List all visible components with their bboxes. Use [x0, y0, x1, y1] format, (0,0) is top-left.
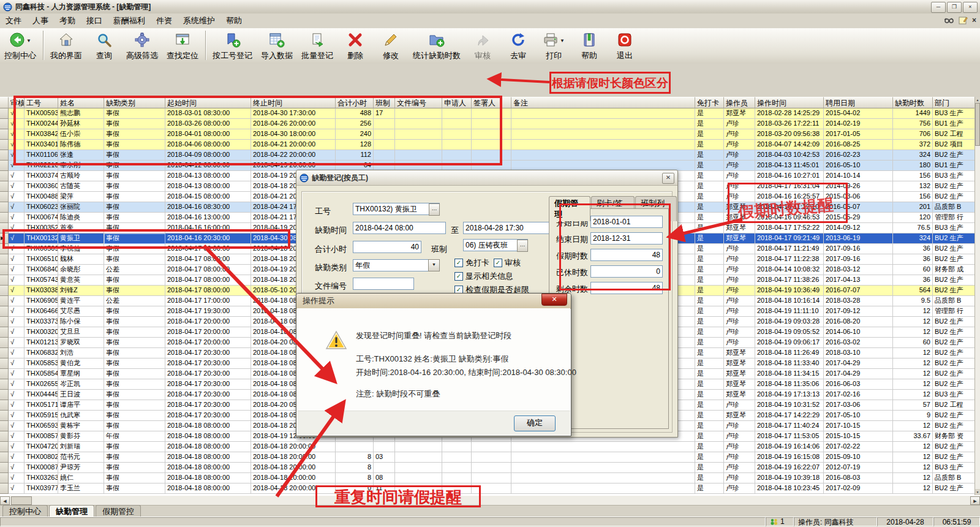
row-selector[interactable] — [0, 150, 9, 161]
column-header-免打卡[interactable]: 免打卡 — [695, 97, 724, 108]
row-selector[interactable] — [0, 348, 9, 358]
restore-button[interactable]: ❐ — [947, 2, 962, 13]
dlg-emp-browse-button[interactable]: … — [429, 203, 440, 216]
toolbar-button-按工号登记[interactable]: 按工号登记 — [209, 29, 256, 63]
table-row-THX00802[interactable]: √THX00802范书元事假2018-04-18 08:00:002018-04… — [0, 452, 975, 463]
dialog-title-bar[interactable]: 缺勤登记(按员工) ✕ — [296, 170, 677, 186]
toolbar-button-高级筛选[interactable]: 高级筛选 — [123, 29, 162, 63]
toolbar-button-修改[interactable]: 修改 — [374, 29, 408, 63]
edit-note-icon[interactable] — [958, 15, 968, 25]
scroll-right-icon[interactable]: ▶ — [970, 496, 980, 505]
checkbox-显示相关信息[interactable]: ✓显示相关信息 — [454, 271, 513, 282]
table-row-THX00087[interactable]: √THX00087尹琼芳事假2018-04-18 08:00:002018-04… — [0, 463, 975, 473]
menu-item-人事[interactable]: 人事 — [27, 13, 54, 28]
dlg-time-from-input[interactable]: 2018-04-24 08:00 — [353, 222, 446, 234]
checkbox-icon[interactable]: ✓ — [454, 259, 463, 267]
checkbox-icon[interactable]: ✓ — [454, 272, 463, 281]
modal-close-icon[interactable]: ✕ — [541, 294, 567, 306]
table-row-THX03977[interactable]: √THX03977李玉兰事假2018-04-18 08:00:002018-04… — [0, 483, 975, 494]
row-selector[interactable] — [0, 473, 9, 483]
toolbar-button-帮助[interactable]: 帮助 — [572, 29, 606, 63]
row-selector[interactable] — [0, 358, 9, 369]
scroll-down-icon[interactable]: ▼ — [975, 489, 980, 495]
row-selector[interactable] — [0, 192, 9, 202]
preview-icon[interactable] — [944, 15, 954, 25]
table-row-THX03263[interactable]: √THX03263姚仁事假2018-04-18 08:00:002018-04-… — [0, 473, 975, 483]
close-pane-icon[interactable]: × — [972, 16, 976, 25]
row-selector[interactable] — [0, 213, 9, 223]
row-selector[interactable] — [0, 265, 9, 275]
row-selector[interactable] — [0, 442, 9, 452]
minimize-button[interactable]: ─ — [931, 2, 946, 13]
row-selector[interactable] — [0, 286, 9, 296]
row-selector[interactable] — [0, 306, 9, 317]
menu-item-考勤[interactable]: 考勤 — [54, 13, 81, 28]
row-selector[interactable] — [0, 296, 9, 306]
row-selector[interactable] — [0, 411, 9, 421]
dlg-cat-select[interactable]: 年假 — [353, 259, 439, 271]
menu-item-件资[interactable]: 件资 — [151, 13, 178, 28]
dlg-hours-input[interactable]: 40 — [353, 241, 421, 253]
row-selector[interactable] — [0, 463, 9, 473]
row-selector[interactable] — [0, 108, 9, 119]
row-selector[interactable] — [0, 202, 9, 213]
toolbar-button-控制中心[interactable]: ▼控制中心 — [1, 29, 40, 63]
bottom-tab-假期管控[interactable]: 假期管控 — [96, 505, 141, 517]
close-button[interactable]: × — [963, 2, 978, 13]
toolbar-button-批量登记[interactable]: 批量登记 — [298, 29, 337, 63]
table-row-THX04720[interactable]: √THX04720刘新瑞事假2018-04-18 08:00:002018-04… — [0, 442, 975, 452]
toolbar-button-查询[interactable]: 查询 — [87, 29, 121, 63]
checkbox-icon[interactable]: ✓ — [494, 259, 502, 267]
scroll-left-icon[interactable]: ◀ — [0, 496, 10, 505]
menu-item-帮助[interactable]: 帮助 — [221, 13, 247, 28]
toolbar-button-去审[interactable]: 去审 — [501, 29, 535, 63]
row-selector[interactable] — [0, 317, 9, 327]
bottom-tab-缺勤管理[interactable]: 缺勤管理 — [49, 505, 94, 517]
menu-item-薪酬福利[interactable]: 薪酬福利 — [108, 13, 151, 28]
toolbar-button-打印[interactable]: ▼打印 — [537, 29, 571, 63]
dialog-close-icon[interactable]: ✕ — [662, 173, 674, 184]
dropdown-caret-icon[interactable]: ▼ — [560, 38, 565, 44]
row-selector[interactable] — [0, 483, 9, 494]
dropdown-caret-icon[interactable]: ▼ — [26, 38, 31, 44]
row-selector[interactable] — [0, 369, 9, 379]
menu-item-系统维护[interactable]: 系统维护 — [178, 13, 221, 28]
row-selector[interactable] — [0, 161, 9, 171]
column-header-缺勤时数[interactable]: 缺勤时数 — [893, 97, 933, 108]
vertical-scrollbar[interactable]: ▲ ▼ — [974, 97, 980, 495]
scroll-up-icon[interactable]: ▲ — [975, 97, 980, 103]
dlg-emp-input[interactable]: THX00132) 黄振卫 — [353, 203, 440, 215]
dlg-time-to-input[interactable]: 2018-04-28 17:30 — [463, 222, 556, 234]
vscroll-thumb[interactable] — [975, 103, 980, 146]
row-selector[interactable] — [0, 327, 9, 338]
toolbar-button-退出[interactable]: 退出 — [608, 29, 642, 63]
row-selector[interactable] — [0, 421, 9, 431]
column-header-操作员[interactable]: 操作员 — [724, 97, 755, 108]
row-selector-header[interactable] — [0, 97, 9, 108]
toolbar-button-统计缺勤时数[interactable]: 统计缺勤时数 — [409, 29, 464, 63]
hscroll-thumb[interactable] — [11, 496, 32, 505]
row-selector[interactable] — [0, 431, 9, 442]
dlg-file-input[interactable] — [353, 278, 414, 290]
column-header-操作时间[interactable]: 操作时间 — [755, 97, 824, 108]
menu-item-文件[interactable]: 文件 — [0, 13, 27, 28]
modal-title[interactable]: 操作提示 — [296, 294, 571, 309]
column-header-聘用日期[interactable]: 聘用日期 — [824, 97, 893, 108]
horizontal-scrollbar[interactable]: ◀ ▶ — [0, 495, 980, 506]
row-selector[interactable] — [0, 119, 9, 129]
toolbar-button-导入数据[interactable]: 导入数据 — [257, 29, 296, 63]
checkbox-审核[interactable]: ✓审核 — [494, 257, 521, 268]
row-selector[interactable] — [0, 129, 9, 140]
bottom-tab-控制中心[interactable]: 控制中心 — [2, 505, 48, 517]
toolbar-button-查找定位[interactable]: 查找定位 — [163, 29, 202, 63]
row-selector[interactable] — [0, 275, 9, 286]
row-selector[interactable] — [0, 254, 9, 265]
toolbar-button-我的界面[interactable]: 我的界面 — [47, 29, 86, 63]
toolbar-button-删除[interactable]: 删除 — [338, 29, 372, 63]
row-selector[interactable] — [0, 452, 9, 463]
dlg-cat-dropdown-icon[interactable]: ▼ — [428, 259, 440, 271]
row-selector[interactable] — [0, 379, 9, 390]
ok-button[interactable]: 确定 — [514, 415, 556, 431]
row-selector[interactable] — [0, 181, 9, 192]
menu-item-接口[interactable]: 接口 — [81, 13, 108, 28]
